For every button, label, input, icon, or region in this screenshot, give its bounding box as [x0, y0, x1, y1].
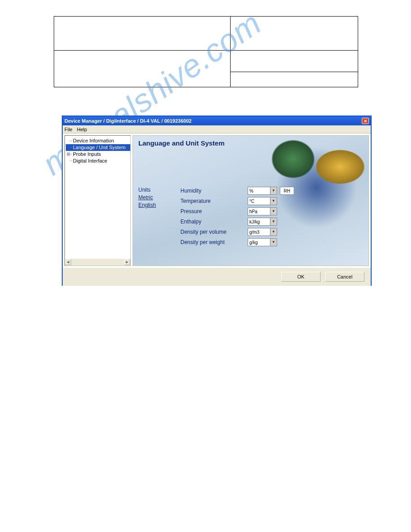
page-table [54, 16, 358, 87]
page-title: Language and Unit System [133, 136, 368, 147]
combo-density-weight[interactable]: g/kg ▼ [248, 238, 277, 246]
label-humidity: Humidity [180, 188, 248, 194]
label-density-volume: Density per volume [180, 229, 248, 235]
menu-file[interactable]: File [64, 127, 73, 132]
tree-item-digital-interface[interactable]: Digital Interface [66, 158, 130, 164]
tree-pane: Device Information Language / Unit Syste… [64, 135, 131, 266]
combo-temperature-value: °C [248, 199, 270, 204]
link-metric[interactable]: Metric [138, 194, 177, 202]
row-density-volume: Density per volume g/m3 ▼ [180, 227, 364, 237]
combo-humidity-value: % [248, 189, 270, 193]
chevron-down-icon[interactable]: ▼ [270, 187, 277, 194]
dialog-window: Device Manager / DigiInterface / DI-4 VA… [62, 116, 372, 286]
humidity-suffix[interactable]: RH [280, 187, 294, 195]
chevron-down-icon[interactable]: ▼ [270, 208, 277, 215]
cancel-button[interactable]: Cancel [325, 272, 364, 282]
ok-button[interactable]: OK [281, 272, 321, 282]
tree-item-device-information[interactable]: Device Information [66, 137, 130, 144]
combo-density-weight-value: g/kg [248, 240, 270, 245]
combo-enthalpy[interactable]: kJ/kg ▼ [248, 218, 277, 226]
menubar: File Help [63, 125, 371, 133]
window-title: Device Manager / DigiInterface / DI-4 VA… [64, 118, 192, 124]
combo-enthalpy-value: kJ/kg [248, 219, 270, 224]
row-density-weight: Density per weight g/kg ▼ [180, 237, 364, 247]
combo-temperature[interactable]: °C ▼ [248, 197, 277, 205]
label-enthalpy: Enthalpy [180, 219, 248, 225]
row-temperature: Temperature °C ▼ [180, 196, 364, 206]
link-english[interactable]: English [138, 202, 177, 209]
menu-help[interactable]: Help [77, 127, 87, 132]
content-pane: Language and Unit System Units Metric En… [133, 135, 369, 266]
button-row: OK Cancel [63, 268, 371, 286]
combo-pressure-value: hPa [248, 209, 270, 214]
tree-scrollbar[interactable]: ◄ ► [65, 259, 130, 266]
tree-item-language-unit-system[interactable]: Language / Unit System [66, 144, 130, 151]
chevron-down-icon[interactable]: ▼ [270, 239, 277, 246]
combo-density-volume-value: g/m3 [248, 230, 270, 235]
label-density-weight: Density per weight [180, 239, 248, 245]
tree-item-probe-inputs[interactable]: Probe Inputs [66, 151, 130, 158]
titlebar[interactable]: Device Manager / DigiInterface / DI-4 VA… [63, 116, 371, 125]
row-humidity: Humidity % ▼ RH [180, 186, 364, 196]
chevron-down-icon[interactable]: ▼ [270, 228, 277, 236]
label-pressure: Pressure [180, 208, 248, 215]
close-icon[interactable]: ✕ [362, 118, 369, 124]
chevron-down-icon[interactable]: ▼ [270, 197, 277, 205]
scroll-left-icon[interactable]: ◄ [65, 259, 71, 265]
row-enthalpy: Enthalpy kJ/kg ▼ [180, 217, 364, 227]
combo-humidity[interactable]: % ▼ [248, 187, 277, 195]
combo-density-volume[interactable]: g/m3 ▼ [248, 228, 277, 236]
label-temperature: Temperature [180, 198, 248, 204]
chevron-down-icon[interactable]: ▼ [270, 218, 277, 225]
combo-pressure[interactable]: hPa ▼ [248, 207, 277, 215]
scroll-right-icon[interactable]: ► [124, 259, 130, 265]
row-pressure: Pressure hPa ▼ [180, 206, 364, 216]
units-label: Units [138, 186, 177, 194]
